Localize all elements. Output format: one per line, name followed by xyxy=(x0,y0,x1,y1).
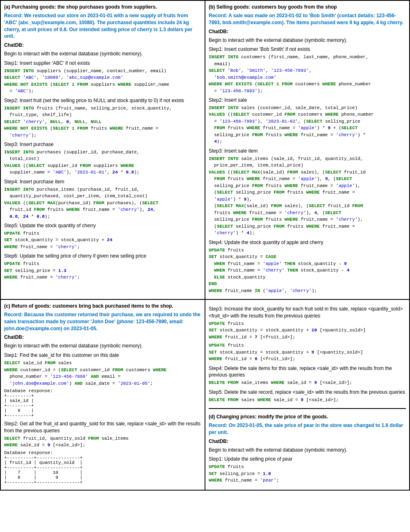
cell-a-code6: UPDATE fruits SET selling_price = 1.3 WH… xyxy=(4,260,201,281)
cell-c-code2: SELECT fruit_id, quantity_sold FROM sale… xyxy=(4,435,201,449)
cell-b-code2: INSERT INTO sales (customer_id, sale_dat… xyxy=(209,105,406,145)
cell-a-intro: Begin to interact with the external data… xyxy=(4,50,201,57)
cell-d-step1-title: Step1: Update the selling price of pear xyxy=(209,456,406,463)
cell-b-title: (b) Selling goods: customers buy goods f… xyxy=(209,4,406,10)
cell-c-cont-code1: UPDATE fruits SET stock_quantity = stock… xyxy=(209,320,406,341)
cell-a-step1-title: Step1: Insert supplier 'ABC' if not exis… xyxy=(4,60,201,67)
cell-d-record: Record: On 2023-01-05, the sale price of… xyxy=(209,422,406,436)
cell-d-chatdb: ChatDB: xyxy=(209,438,406,444)
cell-c-cont-code3: DELETE FROM sale_items WHERE sale_id = 9… xyxy=(209,379,406,386)
cell-b-step3-title: Step3: Insert sale item xyxy=(209,148,406,155)
cell-a-title: (a) Purchasing goods: the shop purchases… xyxy=(4,4,201,10)
cell-c-step3-title: Step3: Increase the stock_quantity for e… xyxy=(209,306,406,320)
cell-a-code3: INSERT INTO purchases (supplier_id, purc… xyxy=(4,149,201,176)
cell-d-code1: UPDATE fruits SET selling_price = 1.6 WH… xyxy=(209,464,406,484)
cell-a-step5-title: Step5: Update the stock quantity of cher… xyxy=(4,222,201,229)
cell-d-title: (d) Changing prices: modify the price of… xyxy=(209,414,406,420)
cell-c-title: (c) Return of goods: customers bring bac… xyxy=(4,303,201,309)
cell-c-step1-title: Step1: Find the sale_id for this custome… xyxy=(4,352,201,359)
cell-b-chatdb: ChatDB: xyxy=(209,29,406,34)
cell-b: (b) Selling goods: customers buy goods f… xyxy=(205,0,410,299)
cell-a-code2: INSERT INTO fruits (fruit_name, selling_… xyxy=(4,105,201,139)
cell-c-dbresponse2: Database response: +----------+---------… xyxy=(4,450,201,485)
cell-a-code5: UPDATE fruits SET stock_quantity = stock… xyxy=(4,230,201,251)
cell-c-intro: Begin to interact with the external data… xyxy=(4,342,201,349)
cell-a-step4-title: Step4: Insert purchase item xyxy=(4,178,201,185)
cell-b-step1-title: Step1: Insert customer 'Bob Smith' if no… xyxy=(209,46,406,53)
cell-c-record: Record: Because the customer returned th… xyxy=(4,311,201,332)
cell-b-code3: INSERT INTO sale_items (sale_id, fruit_i… xyxy=(209,155,406,237)
cell-c-dbresponse1: Database response: +---------+ | sale_id… xyxy=(4,388,201,418)
cell-c-step2-title: Step2: Get all the fruit_id and quantity… xyxy=(4,420,201,434)
cell-c-code1: SELECT sale_id FROM sales WHERE customer… xyxy=(4,360,201,387)
cell-c-cont-code2: UPDATE fruits SET stock_quantity = stock… xyxy=(209,342,406,363)
cell-a-step2-title: Step2: Insert fruit (set the selling pri… xyxy=(4,97,201,104)
cell-b-step4-title: Step4: Update the stock quantity of appl… xyxy=(209,239,406,246)
cell-b-record: Record: A sale was made on 2023-01-02 to… xyxy=(209,12,406,26)
cell-b-intro: Begin to interact with the external data… xyxy=(209,37,406,44)
cell-a-code1: INSERT INTO suppliers (supplier_name, co… xyxy=(4,68,201,95)
cell-c: (c) Return of goods: customers bring bac… xyxy=(0,299,205,490)
cell-b-code1: INSERT INTO customers (first_name, last_… xyxy=(209,54,406,94)
cell-c-cont-code4: DELETE FROM sales WHERE sale_id = 9 [<sa… xyxy=(209,397,406,404)
cell-d-intro: Begin to interact with the external data… xyxy=(209,447,406,454)
cell-c-cont-d: Step3: Increase the stock_quantity for e… xyxy=(205,299,410,490)
cell-a-code4: INSERT INTO purchase_items (purchase_id,… xyxy=(4,186,201,220)
cell-c-step5-title: Step5: Delete the sale record, replace <… xyxy=(209,389,406,396)
cell-a-step6-title: Step6: Update the selling price of cherr… xyxy=(4,253,201,260)
cell-b-step2-title: Step2: Insert sale xyxy=(209,97,406,104)
cell-a: (a) Purchasing goods: the shop purchases… xyxy=(0,0,205,299)
cell-c-step4-title: Step4: Delete the sale items for this sa… xyxy=(209,365,406,379)
cell-c-chatdb: ChatDB: xyxy=(4,334,201,340)
cell-b-code4: UPDATE fruits SET stock_quantity = CASE … xyxy=(209,247,406,295)
cell-a-record: Record: We restocked our store on 2023-0… xyxy=(4,12,201,40)
cell-a-chatdb: ChatDB: xyxy=(4,42,201,48)
cell-a-step3-title: Step3: Insert purchase xyxy=(4,141,201,148)
